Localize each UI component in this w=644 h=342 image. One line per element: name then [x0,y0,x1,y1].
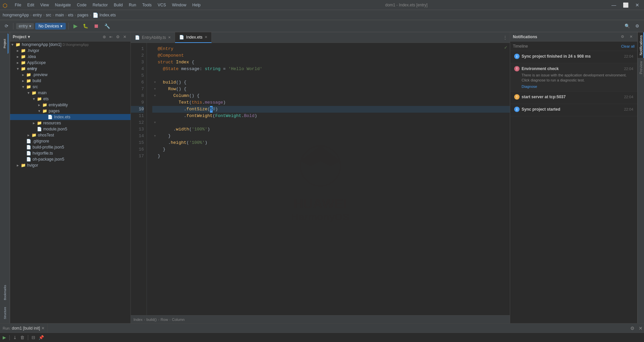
tree-item-oh-package[interactable]: 📄 oh-package.json5 [10,156,130,162]
search-everywhere-button[interactable]: 🔍 [623,22,632,30]
sidebar-icon-structure[interactable]: Structure [2,303,8,323]
tree-item-root[interactable]: ▾ 📁 hongmengApp [dom1] D:\hongmengApp [10,42,130,48]
breadcrumb-row[interactable]: Row [161,318,168,322]
tree-item-module-json[interactable]: 📄 module.json5 [10,126,130,132]
tree-item-ets[interactable]: ▾ 📁 ets [10,96,130,102]
settings-button[interactable]: ⚙ [633,22,641,30]
fold-button[interactable]: ⊟ [30,334,37,341]
expand-icon: ▾ [38,109,42,113]
breadcrumb-pages[interactable]: pages [77,13,89,17]
tree-item-preview[interactable]: ▸ 📁 .preview [10,72,130,78]
tree-item-hvigor[interactable]: ▸ 📁 .hvigor [10,48,130,54]
menu-vcs[interactable]: VCS [155,2,169,8]
menu-edit[interactable]: Edit [24,2,37,8]
tree-item-hvigor-folder[interactable]: ▸ 📁 hvigor [10,162,130,168]
tree-item-index-ets[interactable]: 📄 Index.ets [10,114,130,120]
menu-tools[interactable]: Tools [140,2,154,8]
close-panel-button[interactable]: ✕ [122,34,128,40]
breadcrumb-src[interactable]: src [46,13,51,17]
tree-item-src[interactable]: ▾ 📁 src [10,84,130,90]
run-panel-close-button[interactable]: ✕ [637,324,644,332]
tree-item-idea[interactable]: ▸ 📁 .idea [10,54,130,60]
tree-item-resources[interactable]: ▸ 📁 resources [10,120,130,126]
tree-item-hvigorfile[interactable]: 📄 hvigorfile.ts [10,150,130,156]
sidebar-icon-bookmarks[interactable]: Bookmarks [2,282,8,302]
diagnose-link[interactable]: Diagnose [522,84,633,89]
project-panel: Project ▾ ⊕ ⇤ ⚙ ✕ ▾ 📁 hongmengApp [dom1]… [10,32,131,323]
tree-item-build[interactable]: ▸ 📁 build [10,78,130,84]
close-run-config-button[interactable]: ✕ [41,326,45,331]
tree-item-entryability[interactable]: ▸ 📁 entryability [10,102,130,108]
expand-icon: ▾ [28,91,32,95]
stop-button[interactable]: ⏹ [92,22,101,30]
folder-icon: 📁 [37,121,42,125]
menu-window[interactable]: Window [169,2,189,8]
minimize-button[interactable]: — [609,2,618,8]
tab-label: Index.ets [186,35,203,40]
menu-help[interactable]: Help [190,2,203,8]
tree-item-main[interactable]: ▾ 📁 main [10,90,130,96]
menu-navigate[interactable]: Navigate [52,2,73,8]
tree-item-entry[interactable]: ▾ 📁 entry [10,66,130,72]
notifications-panel: Notifications ⚙ ✕ Timeline Clear all i S… [510,32,637,323]
menu-view[interactable]: View [38,2,52,8]
tree-item-ohostest[interactable]: ▸ 📁 ohosTest [10,132,130,138]
tab-entryability[interactable]: 📄 EntryAbility.ts ✕ [131,32,175,43]
tree-item-appscope[interactable]: ▸ 📁 AppScope [10,60,130,66]
clear-console-button[interactable]: 🗑 [19,334,26,341]
tree-item-pages[interactable]: ▾ 📁 pages [10,108,130,114]
tree-item-name: oh-package.json5 [33,157,64,162]
debug-button[interactable]: 🐛 [81,22,90,30]
locate-file-button[interactable]: ⊕ [101,34,107,40]
breadcrumb-main[interactable]: main [55,13,64,17]
tab-index-ets[interactable]: 📄 Index.ets ✕ [175,32,212,43]
breadcrumb-column[interactable]: Column [172,318,185,322]
run-panel-settings-button[interactable]: ⚙ [629,324,636,332]
breadcrumb-file[interactable]: Index.ets [100,13,116,17]
tree-item-name: build-profile.json5 [33,145,64,150]
tree-item-build-profile[interactable]: 📄 build-profile.json5 [10,144,130,150]
vertical-tab-notifications[interactable]: Notifications [638,32,644,58]
menu-run[interactable]: Run [126,2,139,8]
sync-button[interactable]: ⟳ [3,22,10,30]
breadcrumb-index[interactable]: Index [133,318,143,322]
scroll-to-end-button[interactable]: ⤓ [12,334,18,341]
pin-button[interactable]: 📌 [37,334,45,341]
menu-file[interactable]: File [12,2,24,8]
close-tab-button[interactable]: ✕ [205,35,207,39]
toolbar-separator-1 [13,23,13,30]
vertical-tab-preview[interactable]: Preview [638,58,644,77]
close-tab-button[interactable]: ✕ [168,36,171,39]
window-controls: — ⬜ ✕ [609,2,641,8]
folder-icon: 📁 [32,91,37,95]
folder-icon: 📁 [42,109,47,113]
profile-button[interactable]: 🔧 [102,22,112,30]
tab-more-button[interactable]: ⋮ [500,34,510,41]
breadcrumb-app[interactable]: hongmengApp [3,13,29,17]
collapse-all-button[interactable]: ⇤ [108,34,114,40]
code-content[interactable]: ✓ @Entry @Component struct Index { [147,43,510,315]
tree-item-name: hvigorfile.ts [33,151,53,156]
menu-build[interactable]: Build [111,2,125,8]
menu-code[interactable]: Code [74,2,89,8]
sidebar-icon-project[interactable]: Project [2,34,8,54]
notif-header: i Sync project finished in 24 s 908 ms 2… [514,54,633,59]
tree-item-gitignore[interactable]: 📄 .gitignore [10,138,130,144]
run-button[interactable]: ▶ [71,22,79,30]
run-again-button[interactable]: ▶ [1,334,7,341]
tree-settings-button[interactable]: ⚙ [115,34,121,40]
maximize-button[interactable]: ⬜ [621,2,631,8]
breadcrumb-ets[interactable]: ets [68,13,73,17]
breadcrumb-entry[interactable]: entry [33,13,42,17]
clear-all-button[interactable]: Clear all [621,44,635,48]
code-line-3: struct Index { [152,59,510,66]
code-editor[interactable]: HUAWEI HarmonyOS 123456 78910 1112131415… [131,43,510,315]
breadcrumb-build[interactable]: build() [147,318,157,322]
notifications-close-button[interactable]: ✕ [628,34,635,40]
device-selector[interactable]: No Devices ▾ [35,23,66,30]
close-button[interactable]: ✕ [633,2,641,8]
entry-selector[interactable]: entry ▾ [16,23,34,29]
menu-refactor[interactable]: Refactor [90,2,110,8]
notifications-settings-button[interactable]: ⚙ [619,34,626,40]
tree-item-name: ohosTest [38,133,54,137]
